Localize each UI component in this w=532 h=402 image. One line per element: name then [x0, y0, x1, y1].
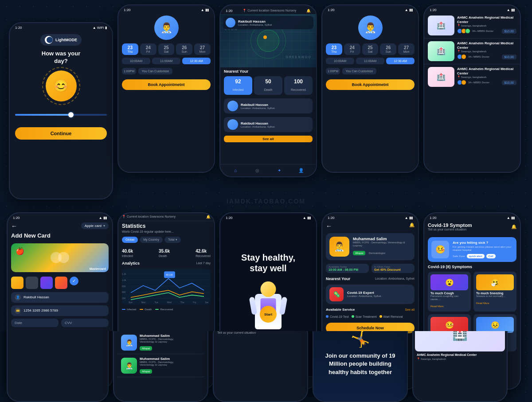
time-2: 1:20: [124, 8, 131, 12]
nav-search[interactable]: ◎: [254, 167, 261, 174]
date-chip-thu[interactable]: 23Thu: [122, 43, 138, 55]
status-bar-sh: 1:20 ▲ ▮▮: [220, 213, 316, 221]
phone-partial-doctors: 👨‍⚕️ Muhammad Salim MBBS, FCPS - Dermato…: [113, 331, 208, 402]
bell-cs[interactable]: 🔔: [511, 224, 516, 229]
partial-hosp-loc: 📍 Swamgs, bangladesh: [415, 357, 505, 360]
date-4-mon[interactable]: 27Mon: [398, 43, 415, 55]
user-loc-2: Location: Ambarkana, Sylhet: [241, 125, 274, 128]
mastercard-label: Mastercard: [90, 267, 106, 270]
doctor-detail-card: 👨‍⚕️ Muhammad Salim MBBS, FCPS - Dermato…: [326, 233, 415, 260]
time-chip-10am[interactable]: 10:00AM: [122, 58, 150, 64]
date-4-fri[interactable]: 24Fri: [344, 43, 360, 55]
nearest-loc-nd: Location: Amborkana, Sylhet: [375, 277, 415, 280]
cvv-input[interactable]: CVV: [61, 319, 109, 327]
time-4-1230am[interactable]: 12:30 AM: [386, 58, 415, 64]
emoji-ring: [42, 67, 80, 105]
community-figure: 🤸: [351, 331, 370, 348]
allopat-badge-nd: Allopat: [353, 251, 365, 255]
slider-bar[interactable]: [15, 114, 107, 116]
dot-green: [352, 315, 354, 318]
icons-5: ▲ ▮▮: [507, 8, 515, 12]
doctor-avatars-3: [457, 80, 466, 85]
doc-avatar-2: 👨‍⚕️: [121, 335, 137, 351]
hospital-room-img: 🏥: [415, 331, 505, 351]
expert-avatar: 🦠: [329, 287, 344, 301]
book-button-4[interactable]: Book Appointmetnt: [326, 79, 415, 90]
partial-hospital-content: 🏥 AHMC Anaheim Regional Medical Center 📍…: [413, 331, 507, 362]
tab-total[interactable]: Total ▾: [164, 237, 181, 243]
map-label-green: GREENWOO: [286, 55, 312, 59]
nav-home[interactable]: ⌂: [232, 167, 239, 174]
avatar-2: [227, 119, 238, 130]
stats-numbers: 40.6k Infected 35.6k Death 42.6k Recover…: [118, 245, 214, 259]
svg-text:99 100: 99 100: [166, 273, 172, 276]
date-chip-sat[interactable]: 25Sat: [158, 43, 175, 55]
back-nd[interactable]: ←: [326, 222, 332, 230]
overlay-name: Rakibull Hassan: [238, 20, 272, 23]
see-all-button-3[interactable]: See all: [224, 136, 313, 142]
date-chip-fri[interactable]: 24Fri: [140, 43, 156, 55]
date-4-sun[interactable]: 26Sun: [380, 43, 396, 55]
service-covid-test: Covid-19 Test: [326, 315, 349, 318]
radar-inner: [257, 30, 279, 52]
app-icon-check: ✓: [70, 277, 78, 285]
price-1: $10,00: [502, 29, 516, 34]
bell-nd[interactable]: 🔔: [409, 222, 415, 230]
doctor-count-2: 34+ MBBS Doctor: [468, 55, 489, 58]
phone-map-covid: 1:20 📍 Current location Swansons Nursery…: [219, 4, 317, 177]
expert-info: Covid-19 Expert Location: Amborkana, Syl…: [347, 291, 381, 297]
call-btn[interactable]: Call: [486, 254, 496, 258]
logo-badge: LightMODE: [40, 34, 82, 46]
services-see-all[interactable]: See all: [405, 308, 415, 311]
expert-name: Covid-19 Expert: [347, 291, 381, 295]
time-chip-1pm[interactable]: 1:00PM: [122, 68, 136, 74]
status-bar-1: 1:20 ▲ WiFi ▮: [10, 23, 112, 31]
date-input[interactable]: Date: [11, 319, 59, 327]
time-chip-11am[interactable]: 11:00AM: [152, 58, 180, 64]
moon-icon: [45, 36, 53, 44]
user-card-2: Rakibull Hassan Location: Ambarkana, Syl…: [224, 117, 313, 132]
continue-button[interactable]: Continue: [15, 127, 107, 140]
date-chip-sun[interactable]: 26Sun: [176, 43, 192, 55]
phone-hospital-list: 1:20 ▲ ▮▮ 🏥 AHMC Anaheim Regional Medica…: [423, 4, 521, 173]
time-chip-1230am[interactable]: 12:30 AM: [182, 58, 211, 64]
date-chip-mon[interactable]: 27Mon: [194, 43, 211, 55]
death-stat: 50 Death: [254, 76, 282, 95]
nearest-title-3: Nearest Your: [220, 67, 316, 74]
fees-value: Get 40% Discount: [374, 268, 401, 271]
start-label: Start: [264, 312, 272, 316]
analytics-header: Analytics Last 7 day: [118, 259, 214, 267]
sneeze-img: 🤧: [476, 274, 514, 290]
card-number-input[interactable]: 💳 1254 3265 2986 5789: [11, 305, 109, 316]
date-4-thu[interactable]: 23Thu: [326, 43, 342, 55]
card-type-selector[interactable]: Apple card ▾: [81, 222, 109, 229]
tab-global[interactable]: Global: [122, 237, 138, 243]
card-holder-input[interactable]: 👤 Rakibull Hassan: [11, 292, 109, 303]
date-4-sat[interactable]: 25Sat: [362, 43, 379, 55]
nav-covid[interactable]: ✦: [276, 167, 283, 174]
add-card-title: Add New Card: [8, 231, 112, 241]
community-text: Join our community of 19 Million people …: [319, 352, 402, 376]
nav-profile[interactable]: 👤: [297, 167, 305, 174]
status-time: 1:20: [15, 26, 22, 30]
back-arrow-ac[interactable]: ←: [11, 222, 17, 230]
doc-list-2: 👨‍⚕️ Muhammad Salim MBBS, FCPS - Dermato…: [117, 331, 204, 354]
customize-chip: You Can Customize: [138, 68, 173, 74]
svg-text:1.2k: 1.2k: [122, 272, 126, 275]
book-appointment-button[interactable]: Book Appointmetnt: [122, 79, 211, 90]
sneeze-readmore[interactable]: Read More: [476, 302, 489, 304]
start-button[interactable]: Start: [260, 306, 277, 323]
tab-country[interactable]: My Country: [140, 237, 163, 243]
date-cvv-row: Date CVV: [11, 317, 109, 328]
time-4-11am[interactable]: 11:00AM: [356, 58, 384, 64]
user-overlay-card: Rakibull Hassan Location: Ambarkana, Syl…: [223, 16, 313, 29]
time-4-10am[interactable]: 10:00AM: [326, 58, 354, 64]
time-4-1pm[interactable]: 1:00PM: [326, 68, 340, 74]
cough-readmore[interactable]: Read More: [430, 305, 444, 308]
status-bar-4: 1:20 ▲ ▮▮: [322, 5, 418, 13]
symptoms-count-title: Covid-19 (8) Symptoms: [428, 265, 516, 269]
status-bar-ac: 1:20 ▲ ▮▮: [8, 213, 112, 221]
doctor-count-3: 34+ MBBS Doctor: [468, 81, 489, 84]
quick-alert-btn[interactable]: quick alert: [467, 254, 485, 258]
hospital-name-2: AHMC Anaheim Regional Medical Center: [457, 41, 516, 50]
